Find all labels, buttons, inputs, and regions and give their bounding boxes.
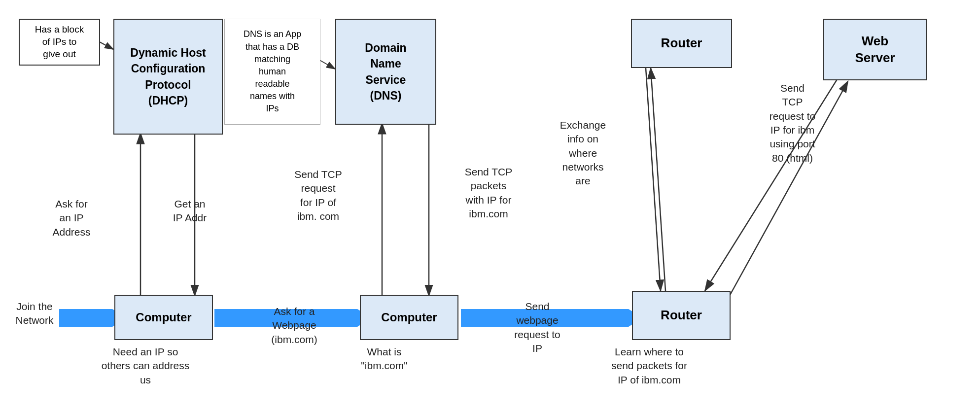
label-need-ip: Need an IP so others can address us [86,345,205,387]
dns-note: DNS is an App that has a DB matching hum… [224,19,320,125]
label-exchange-info: Exchange info on where networks are [540,118,626,188]
has-block-note: Has a block of IPs to give out [19,19,100,66]
computer2-box: Computer [360,295,458,340]
router-top-box: Router [631,19,732,68]
label-ask-ip: Ask for an IP Address [35,197,108,239]
label-send-tcp-packets: Send TCP packets with IP for ibm.com [437,165,540,221]
label-get-ip: Get an IP Addr [158,197,222,225]
label-ask-webpage: Ask for a Webpage (ibm.com) [250,305,339,346]
label-send-tcp-port80: Send TCP request to IP for ibm using por… [739,81,845,165]
label-send-webpage-request: Send webpage request to IP [493,300,582,355]
dhcp-box: Dynamic Host Configuration Protocol (DHC… [113,19,223,135]
label-join-network: Join the Network [7,300,62,328]
dns-box: Domain Name Service (DNS) [335,19,436,125]
computer1-box: Computer [114,295,213,340]
label-learn-where: Learn where to send packets for IP of ib… [588,345,711,387]
svg-line-9 [651,68,665,291]
svg-line-3 [318,59,335,69]
diagram: Has a block of IPs to give out Dynamic H… [0,0,980,415]
label-send-tcp-ibm: Send TCP request for IP of ibm. com [270,168,366,223]
label-what-is-ibm: What is "ibm.com" [336,345,432,373]
svg-line-8 [646,68,661,291]
web-server-box: Web Server [823,19,927,80]
blue-arrow-join [59,309,112,327]
router-bottom-box: Router [632,291,731,340]
